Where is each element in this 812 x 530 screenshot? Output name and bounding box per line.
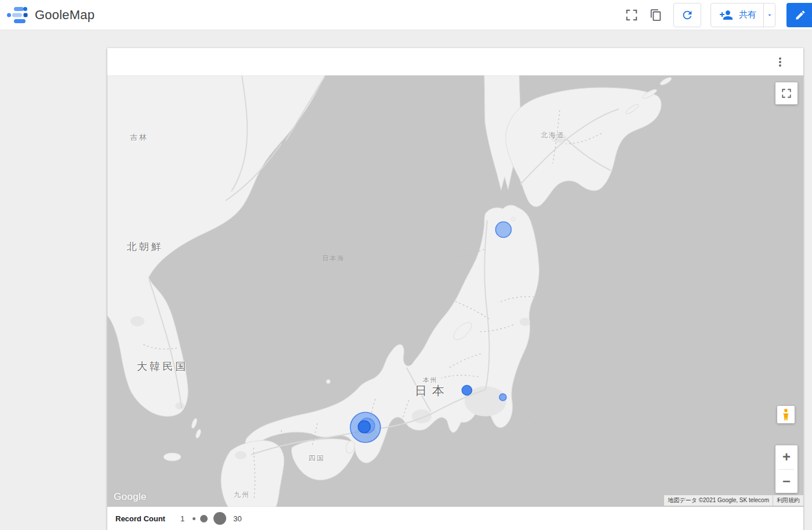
zoom-control: + − [775, 445, 798, 493]
legend-dot-large [213, 512, 226, 525]
zoom-out-button[interactable]: − [775, 470, 798, 493]
refresh-icon [681, 9, 694, 21]
street-view-pegman[interactable] [777, 406, 795, 423]
chart-toolbar [107, 48, 803, 75]
legend-title: Record Count [115, 514, 165, 523]
legend-dot-small [193, 517, 195, 520]
legend-min-value: 1 [180, 514, 184, 523]
map-label-hokkaido: 北海道 [541, 130, 565, 140]
refresh-data-button[interactable] [673, 3, 701, 27]
map-bubble-aomori[interactable] [496, 222, 512, 238]
island-iki [195, 429, 202, 438]
share-button[interactable]: 共有 [711, 3, 763, 27]
map-fullscreen-button[interactable] [775, 82, 798, 104]
map-label-north-korea: 北朝鮮 [127, 240, 164, 253]
island-okushiri [512, 217, 515, 221]
zoom-in-button[interactable]: + [775, 445, 798, 469]
terms-link[interactable]: 利用規約 [773, 495, 803, 506]
fullscreen-icon [625, 9, 638, 21]
legend-max-value: 30 [233, 514, 241, 523]
edit-button[interactable]: 編集 [786, 3, 812, 27]
chevron-down-icon [766, 12, 773, 19]
bubble-size-legend: Record Count 1 30 [107, 507, 803, 530]
landmass-kyushu [221, 441, 284, 507]
landmass-honshu [245, 205, 539, 463]
pegman-icon [780, 408, 792, 421]
attribution-text: 地図データ ©2021 Google, SK telecom [664, 495, 773, 506]
chart-menu-kebab-icon[interactable] [773, 55, 787, 69]
map-label-kyushu: 九州 [234, 490, 250, 500]
map-graphic [107, 75, 803, 507]
google-map[interactable]: 吉林 北朝鮮 大韓民国 日本海 北海道 本州 日本 四国 九州 [107, 75, 803, 507]
looker-studio-logo-icon [7, 7, 28, 23]
share-button-group: 共有 [710, 3, 775, 27]
map-attribution: 地図データ ©2021 Google, SK telecom 利用規約 [664, 495, 803, 506]
map-bubble-chiba[interactable] [499, 394, 506, 401]
pencil-icon [795, 9, 806, 21]
map-bubble-osaka-inner[interactable] [358, 421, 371, 433]
presentation-fullscreen-button[interactable] [625, 8, 639, 22]
copy-report-button[interactable] [649, 8, 663, 22]
share-dropdown-button[interactable] [763, 3, 775, 27]
report-canvas: 吉林 北朝鮮 大韓民国 日本海 北海道 本州 日本 四国 九州 [0, 30, 812, 530]
report-title: GooleMap [35, 8, 95, 23]
map-chart-card: 吉林 北朝鮮 大韓民国 日本海 北海道 本州 日本 四国 九州 [107, 48, 803, 530]
map-label-shikoku: 四国 [309, 453, 325, 463]
island-jeju [164, 453, 181, 461]
island-oki [327, 380, 331, 384]
share-button-label: 共有 [739, 9, 756, 20]
copy-icon [650, 9, 662, 21]
person-add-icon [719, 8, 733, 22]
island-tsushima [191, 418, 198, 429]
map-label-sea-of-japan: 日本海 [322, 254, 345, 263]
map-label-japan: 日本 [415, 383, 449, 399]
legend-dot-medium [200, 515, 208, 522]
island-kuril-3 [659, 76, 672, 86]
google-logo[interactable]: Google [114, 491, 147, 503]
map-label-jilin: 吉林 [130, 132, 148, 143]
fullscreen-icon [781, 88, 792, 99]
app-header: GooleMap 共有 [0, 0, 812, 30]
map-bubble-tokyo[interactable] [462, 386, 472, 395]
map-label-south-korea: 大韓民国 [137, 360, 188, 373]
